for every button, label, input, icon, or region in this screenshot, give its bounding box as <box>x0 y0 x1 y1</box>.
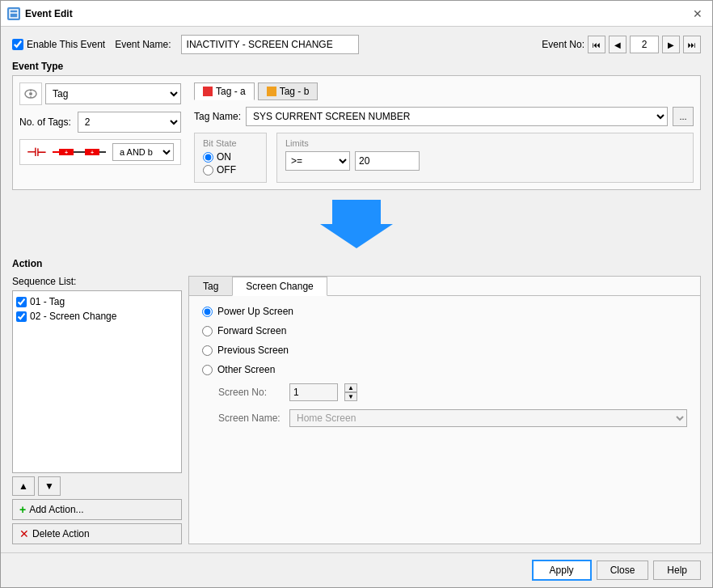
close-window-button[interactable]: ✕ <box>690 6 706 22</box>
limits-row: >= > <= < = != <box>285 151 685 171</box>
other-screen-radio[interactable] <box>202 365 213 375</box>
bit-on-label: ON <box>217 151 231 163</box>
nav-prev-button[interactable]: ◀ <box>609 36 627 53</box>
move-up-button[interactable]: ▲ <box>12 476 35 496</box>
tab-tag-b[interactable]: Tag - b <box>258 82 319 100</box>
title-bar: Event Edit ✕ <box>1 1 712 27</box>
event-type-left-panel: Tag No. of Tags: 2 1 3 ⊣⊢ <box>19 82 181 183</box>
list-item: 02 - Screen Change <box>16 309 178 324</box>
event-no-label: Event No: <box>542 39 584 50</box>
enable-event-checkbox[interactable] <box>12 39 23 50</box>
screen-no-down-button[interactable]: ▼ <box>344 392 357 401</box>
no-of-tags-select[interactable]: 2 1 3 <box>78 112 181 133</box>
other-screen-option[interactable]: Other Screen <box>202 364 687 375</box>
tab-screen-change[interactable]: Screen Change <box>232 277 327 296</box>
limits-value-input[interactable] <box>355 151 420 171</box>
add-action-button[interactable]: + Add Action... <box>12 499 182 520</box>
action-section: Action Sequence List: 01 - Tag 02 - Scre… <box>12 258 701 544</box>
event-no-input[interactable] <box>630 36 659 53</box>
enable-event-label: Enable This Event <box>27 39 105 50</box>
nav-first-button[interactable]: ⏮ <box>588 36 605 53</box>
tag-a-color <box>203 87 213 96</box>
action-tabs: Tag Screen Change <box>189 277 700 296</box>
down-arrow-icon <box>320 200 393 248</box>
nav-next-button[interactable]: ▶ <box>662 36 680 53</box>
tag-tabs: Tag - a Tag - b <box>194 82 694 100</box>
delete-icon: ✕ <box>19 527 29 540</box>
tab-screen-change-label: Screen Change <box>246 281 313 292</box>
seq-item-2-checkbox[interactable] <box>16 311 27 322</box>
tag-browse-button[interactable]: ... <box>673 107 694 126</box>
limits-operator-select[interactable]: >= > <= < = != <box>285 151 350 171</box>
limits-title: Limits <box>285 138 685 148</box>
svg-point-3 <box>29 92 32 95</box>
event-name-input[interactable] <box>181 35 359 54</box>
apply-button[interactable]: Apply <box>532 560 592 581</box>
action-content: Power Up Screen Forward Screen Previous … <box>189 296 700 544</box>
logic-select[interactable]: a AND b a OR b <box>112 143 174 161</box>
bit-off-radio[interactable] <box>203 165 213 176</box>
other-screen-label: Other Screen <box>217 364 275 375</box>
screen-name-row: Screen Name: Home Screen <box>218 409 687 427</box>
power-up-screen-option[interactable]: Power Up Screen <box>202 306 687 317</box>
delete-action-label: Delete Action <box>32 528 90 539</box>
no-of-tags-row: No. of Tags: 2 1 3 <box>19 112 181 133</box>
screen-no-spinner: ▲ ▼ <box>344 383 357 401</box>
bit-on-radio[interactable] <box>203 152 213 163</box>
tab-tag-b-label: Tag - b <box>280 86 310 97</box>
svg-rect-0 <box>10 10 18 18</box>
arrow-container <box>12 197 701 252</box>
forward-screen-option[interactable]: Forward Screen <box>202 325 687 336</box>
sequence-list-label: Sequence List: <box>12 276 182 287</box>
top-row: Enable This Event Event Name: Event No: … <box>12 35 701 54</box>
seq-item-2-label: 02 - Screen Change <box>30 311 116 322</box>
power-up-radio[interactable] <box>202 307 213 317</box>
tag-icon <box>19 82 42 105</box>
previous-screen-radio[interactable] <box>202 345 213 356</box>
event-no-section: Event No: ⏮ ◀ ▶ ⏭ <box>542 36 701 53</box>
title-bar-text: Event Edit <box>25 8 690 19</box>
screen-name-label: Screen Name: <box>218 412 283 424</box>
screen-name-select[interactable]: Home Screen <box>289 409 687 427</box>
bit-state-title: Bit State <box>203 138 258 148</box>
add-action-label: Add Action... <box>29 504 83 515</box>
event-type-body: Tag No. of Tags: 2 1 3 ⊣⊢ <box>12 75 701 190</box>
close-button[interactable]: Close <box>597 561 649 580</box>
left-action-panel: Sequence List: 01 - Tag 02 - Screen Chan… <box>12 276 182 544</box>
tag-type-select[interactable]: Tag <box>45 83 181 104</box>
tag-name-select[interactable]: SYS CURRENT SCREEN NUMBER <box>246 107 668 126</box>
bit-off-label: OFF <box>217 164 236 176</box>
action-section-label: Action <box>12 258 701 269</box>
bottom-bar: Apply Close Help <box>1 552 712 587</box>
event-type-section: Event Type <box>12 61 701 190</box>
sequence-list: 01 - Tag 02 - Screen Change <box>12 290 182 473</box>
forward-screen-radio[interactable] <box>202 326 213 336</box>
tab-tag-a[interactable]: Tag - a <box>194 82 255 100</box>
power-up-label: Power Up Screen <box>217 306 293 317</box>
tab-tag-label: Tag <box>203 281 218 292</box>
tab-tag-a-label: Tag - a <box>216 86 246 97</box>
svg-marker-6 <box>320 200 393 248</box>
delete-action-button[interactable]: ✕ Delete Action <box>12 523 182 544</box>
screen-no-up-button[interactable]: ▲ <box>344 383 357 392</box>
previous-screen-label: Previous Screen <box>217 345 289 356</box>
screen-no-input[interactable] <box>289 383 338 401</box>
event-edit-window: Event Edit ✕ Enable This Event Event Nam… <box>0 0 713 588</box>
bit-state-box: Bit State ON OFF <box>194 133 267 183</box>
move-buttons: ▲ ▼ <box>12 476 182 496</box>
nav-last-button[interactable]: ⏭ <box>683 36 701 53</box>
logic-icon: ⊣⊢ <box>27 146 46 159</box>
previous-screen-option[interactable]: Previous Screen <box>202 345 687 356</box>
enable-event-checkbox-label[interactable]: Enable This Event <box>12 39 105 50</box>
move-down-button[interactable]: ▼ <box>38 476 61 496</box>
help-button[interactable]: Help <box>653 561 701 580</box>
bit-off-radio-row: OFF <box>203 164 258 176</box>
seq-item-1-checkbox[interactable] <box>16 297 27 307</box>
tab-tag[interactable]: Tag <box>189 277 232 295</box>
limits-box: Limits >= > <= < = != <box>276 133 694 183</box>
bit-limits-row: Bit State ON OFF <box>194 133 694 183</box>
add-icon: + <box>19 503 26 516</box>
logic-row: ⊣⊢ + + <box>19 139 181 165</box>
forward-screen-label: Forward Screen <box>217 325 286 336</box>
event-type-section-label: Event Type <box>12 61 701 72</box>
